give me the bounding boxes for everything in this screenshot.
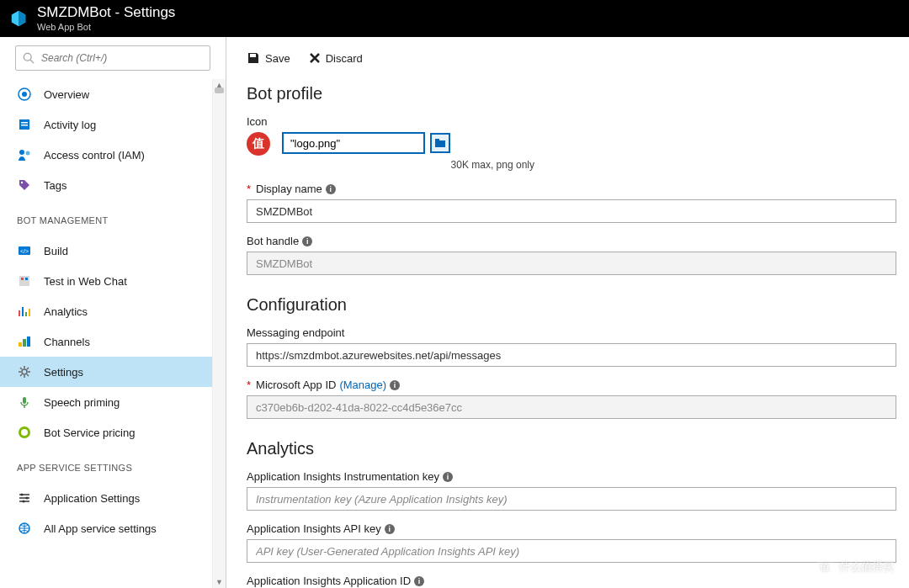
svg-rect-21 [27,336,30,347]
sidebar: OverviewActivity logAccess control (IAM)… [0,37,226,588]
sidebar-item-tags[interactable]: Tags [0,170,226,200]
svg-point-0 [24,53,31,61]
sidebar-item-channels[interactable]: Channels [0,326,226,357]
watermark-icon: 值 [816,558,834,576]
inst-key-label: Application Insights Instrumentation key… [247,470,909,483]
sidebar-item-label: Bot Service pricing [44,426,135,439]
top-bar: SMZDMBot - Settings Web App Bot [0,0,909,37]
svg-rect-23 [23,397,26,404]
sidebar-item-label: Speech priming [44,396,120,409]
save-label: Save [265,52,290,65]
scroll-down-icon[interactable]: ▼ [213,576,226,588]
svg-rect-6 [21,124,28,126]
folder-icon [434,138,446,148]
svg-text:</>: </> [20,248,29,254]
main-panel: Save Discard Bot profile Icon 值 30K max,… [226,37,909,588]
svg-rect-12 [19,276,29,286]
sidebar-item-activity-log[interactable]: Activity log [0,109,226,140]
tags-icon [17,177,32,193]
sidebar-item-bot-service-pricing[interactable]: Bot Service pricing [0,417,226,448]
manage-link[interactable]: (Manage) [339,379,386,391]
info-icon[interactable]: i [302,236,312,246]
sidebar-item-label: Overview [44,88,89,101]
svg-point-26 [21,429,28,436]
speech-icon [17,395,32,410]
info-icon[interactable]: i [390,380,400,390]
display-name-input[interactable] [247,199,896,223]
sidebar-item-label: Activity log [44,119,96,131]
section-bot-profile: Bot profile [247,84,909,103]
discard-button[interactable]: Discard [309,52,363,65]
svg-point-3 [22,92,27,97]
sidebar-item-build[interactable]: </>Build [0,236,226,266]
sidebar-scrollbar[interactable]: ▲ ▼ [212,79,226,588]
appid-label: *Microsoft App ID (Manage)i [247,379,909,391]
sidebar-item-label: All App service settings [44,522,157,535]
channels-icon [17,334,32,349]
appid-input [247,395,896,419]
api-key-input[interactable] [247,539,896,563]
discard-label: Discard [326,52,363,65]
icon-file-input[interactable] [282,132,425,154]
svg-point-32 [23,501,25,503]
sidebar-item-overview[interactable]: Overview [0,79,226,109]
appsettings-icon [17,490,32,506]
search-box[interactable] [15,45,210,71]
sidebar-item-speech-priming[interactable]: Speech priming [0,387,226,417]
allapp-icon [17,521,32,536]
svg-point-22 [22,369,27,374]
sidebar-item-label: Analytics [44,305,88,318]
svg-point-31 [26,497,29,500]
scrollbar-thumb[interactable] [215,87,224,93]
sidebar-item-test-in-web-chat[interactable]: Test in Web Chat [0,266,226,296]
section-configuration: Configuration [247,295,909,315]
search-input[interactable] [41,52,203,64]
bot-handle-input [247,252,896,275]
sidebar-item-label: Application Settings [44,492,140,505]
close-icon [309,52,321,64]
sidebar-item-all-app-service-settings[interactable]: All App service settings [0,513,226,543]
svg-rect-35 [435,139,439,141]
info-icon[interactable]: i [443,472,453,482]
sidebar-item-application-settings[interactable]: Application Settings [0,483,226,513]
watermark: 值 什么值得买 [816,558,894,576]
sidebar-item-settings[interactable]: Settings [0,357,226,387]
svg-rect-34 [435,140,445,147]
test-icon [17,273,32,289]
bot-handle-label: Bot handlei [247,235,909,247]
info-icon[interactable]: i [385,524,395,534]
svg-rect-5 [21,122,28,124]
iam-icon [17,147,32,162]
svg-rect-19 [19,342,22,347]
endpoint-input[interactable] [247,343,896,367]
cube-icon [8,8,29,29]
save-icon [247,51,260,65]
nav-header-bot: BOT MANAGEMENT [0,200,226,230]
watermark-text: 什么值得买 [839,559,894,575]
build-icon: </> [17,243,32,258]
info-icon[interactable]: i [414,576,424,586]
svg-point-7 [19,150,24,155]
sidebar-item-access-control-iam-[interactable]: Access control (IAM) [0,140,226,170]
section-analytics: Analytics [247,439,909,458]
svg-line-1 [30,60,34,63]
activity-icon [17,117,32,132]
info-icon[interactable]: i [326,184,336,194]
save-button[interactable]: Save [247,51,290,65]
svg-point-9 [21,182,23,183]
svg-rect-13 [21,278,24,280]
pricing-icon [17,425,32,440]
display-name-label: *Display namei [247,183,909,195]
search-icon [23,52,35,64]
analytics-icon [17,304,32,319]
svg-point-8 [26,151,30,156]
sidebar-item-analytics[interactable]: Analytics [0,296,226,326]
sidebar-item-label: Channels [44,336,90,348]
browse-button[interactable] [430,133,450,153]
api-key-label: Application Insights API keyi [247,522,909,535]
endpoint-label: Messaging endpoint [247,326,909,339]
inst-key-input[interactable] [247,487,896,511]
nav-header-app: APP SERVICE SETTINGS [0,448,226,478]
app-id-label: Application Insights Application IDi [247,575,909,587]
sidebar-item-label: Access control (IAM) [44,149,145,162]
